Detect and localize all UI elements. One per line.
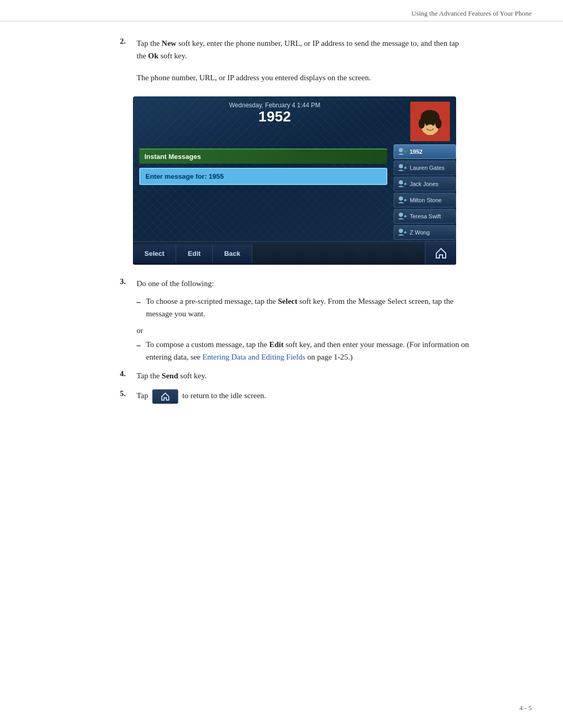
select-bold: Select xyxy=(278,297,297,305)
avatar-image xyxy=(410,102,450,141)
svg-point-7 xyxy=(425,122,429,126)
step-2-number: 2. xyxy=(120,37,130,62)
phone-screen: Wednesday, February 4 1:44 PM 1952 xyxy=(133,96,456,265)
page-number: 4 - 5 xyxy=(519,704,532,712)
home-icon xyxy=(435,247,447,260)
contact-icon-1952 xyxy=(397,147,408,156)
select-softkey[interactable]: Select xyxy=(133,244,176,263)
contact-icon-milton xyxy=(397,196,408,204)
soft-key-group: Select Edit Back xyxy=(133,244,252,263)
step-2-subtext: The phone number, URL, or IP address you… xyxy=(137,71,469,84)
contact-name-jack: Jack Jones xyxy=(410,181,438,187)
inline-home-icon xyxy=(161,392,170,401)
send-bold: Send xyxy=(162,372,178,380)
contact-name-milton: Milton Stone xyxy=(410,197,442,203)
svg-point-6 xyxy=(435,118,442,129)
phone-header: Wednesday, February 4 1:44 PM 1952 xyxy=(133,96,456,144)
bullet-2: – To compose a custom message, tap the E… xyxy=(137,338,469,363)
phone-date: Wednesday, February 4 1:44 PM xyxy=(139,102,410,109)
contact-icon-teresa xyxy=(397,212,408,220)
avatar-box xyxy=(410,102,450,141)
back-softkey[interactable]: Back xyxy=(213,244,252,263)
phone-body: Instant Messages Enter message for: 1955… xyxy=(133,144,456,241)
contact-name-teresa: Teresa Swift xyxy=(410,213,441,219)
contact-z-wong[interactable]: Z Wong xyxy=(394,225,456,240)
svg-point-14 xyxy=(399,229,403,233)
edit-softkey[interactable]: Edit xyxy=(176,244,213,263)
contact-icon-lauren xyxy=(397,164,408,172)
bullet-2-dash: – xyxy=(137,339,141,363)
phone-ext: 1952 xyxy=(139,109,410,125)
contact-milton-stone[interactable]: Milton Stone xyxy=(394,193,456,207)
step-5-text: Tap to return to the idle screen. xyxy=(137,389,266,404)
svg-point-10 xyxy=(399,164,403,168)
contact-list: 1952 Lauren Gates Ja xyxy=(394,144,456,241)
main-content: 2. Tap the New soft key, enter the phone… xyxy=(0,21,563,427)
edit-bold: Edit xyxy=(269,340,284,349)
svg-point-5 xyxy=(419,118,425,129)
contact-lauren-gates[interactable]: Lauren Gates xyxy=(394,161,456,175)
or-text: or xyxy=(137,326,469,335)
home-button[interactable] xyxy=(425,242,456,265)
step-3-header: 3. Do one of the following: xyxy=(120,277,469,290)
contact-name-1952: 1952 xyxy=(410,149,422,155)
bullet-1-text: To choose a pre-scripted message, tap th… xyxy=(146,295,469,320)
contact-icon-jack xyxy=(397,180,408,188)
entering-data-link[interactable]: Entering Data and Editing Fields xyxy=(202,353,305,361)
svg-point-9 xyxy=(399,148,403,152)
step-2-block: 2. Tap the New soft key, enter the phone… xyxy=(120,37,469,62)
step-3-number: 3. xyxy=(120,277,130,290)
new-bold: New xyxy=(162,39,176,47)
svg-point-8 xyxy=(432,122,435,126)
bullet-1-dash: – xyxy=(137,295,141,320)
step-5-number: 5. xyxy=(120,389,130,398)
svg-point-12 xyxy=(399,196,403,201)
phone-datetime-area: Wednesday, February 4 1:44 PM 1952 xyxy=(139,102,410,125)
contact-teresa-swift[interactable]: Teresa Swift xyxy=(394,209,456,224)
page-header: Using the Advanced Features of Your Phon… xyxy=(0,0,563,21)
contact-name-wong: Z Wong xyxy=(410,229,430,236)
step-2-text: Tap the New soft key, enter the phone nu… xyxy=(137,37,469,62)
bullet-2-text: To compose a custom message, tap the Edi… xyxy=(146,338,469,363)
contact-jack-jones[interactable]: Jack Jones xyxy=(394,177,456,191)
step-4-text: Tap the Send soft key. xyxy=(137,369,206,382)
ok-bold: Ok xyxy=(148,52,158,60)
svg-point-13 xyxy=(399,213,403,217)
inline-home-button[interactable] xyxy=(152,389,178,404)
step-4-block: 4. Tap the Send soft key. xyxy=(120,369,469,382)
contact-icon-wong xyxy=(397,228,408,237)
contact-name-lauren: Lauren Gates xyxy=(410,165,445,171)
step-5-block: 5. Tap to return to the idle screen. xyxy=(120,389,469,404)
phone-bottom-bar: Select Edit Back xyxy=(133,241,456,265)
contact-1952[interactable]: 1952 xyxy=(394,144,456,159)
step-4-number: 4. xyxy=(120,369,130,378)
phone-left-panel: Instant Messages Enter message for: 1955 xyxy=(133,144,394,241)
header-title: Using the Advanced Features of Your Phon… xyxy=(411,9,532,18)
svg-point-11 xyxy=(399,180,403,184)
step-3-block: 3. Do one of the following: – To choose … xyxy=(120,277,469,363)
bullet-1: – To choose a pre-scripted message, tap … xyxy=(137,295,469,320)
instant-messages-bar: Instant Messages xyxy=(139,149,387,164)
step-3-text: Do one of the following: xyxy=(137,277,214,290)
message-input-display: Enter message for: 1955 xyxy=(139,168,387,185)
